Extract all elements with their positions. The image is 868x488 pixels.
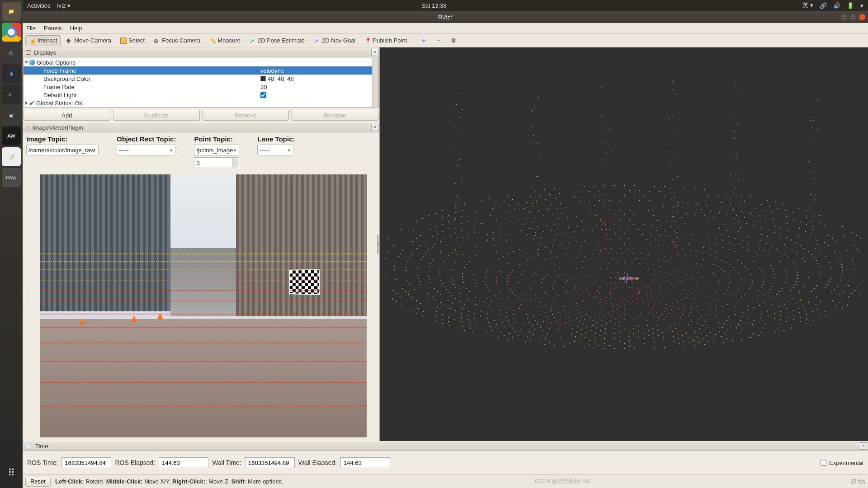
monitor-icon: 🖵: [25, 49, 31, 56]
launcher-terminal-icon[interactable]: >_: [2, 85, 21, 104]
tree-frame-rate-label[interactable]: Frame Rate: [43, 84, 75, 90]
tree-frame-rate-value[interactable]: 30: [260, 84, 267, 90]
menu-help[interactable]: Help: [70, 25, 82, 32]
image-topic-combo[interactable]: /camera/color/image_raw: [26, 145, 99, 155]
displays-title: Displays: [34, 49, 56, 56]
launcher-dock: 📁 ◎ ⋔ >_ ◉ AW 📝 RViz ⠿: [0, 0, 23, 488]
clock[interactable]: Sat 13:38: [421, 2, 447, 9]
lane-topic-combo[interactable]: -----: [257, 145, 293, 155]
tool-2d-nav-goal[interactable]: ➚2D Nav Goal: [310, 35, 359, 46]
time-panel-title: Time: [35, 443, 48, 450]
launcher-obs-icon[interactable]: ◎: [2, 43, 21, 62]
ros-elapsed-field[interactable]: [159, 457, 208, 468]
object-rect-label: Object Rect Topic:: [117, 135, 176, 143]
menu-file[interactable]: FFileile: [26, 25, 36, 32]
tool-measure[interactable]: 📏Measure: [205, 35, 245, 46]
menu-bar: FFileile Panels Help: [23, 23, 868, 34]
close-button[interactable]: [859, 14, 865, 20]
tree-bg-color-value[interactable]: 48; 48; 48: [268, 75, 294, 82]
launcher-recorder-icon[interactable]: ◉: [2, 106, 21, 125]
displays-tree[interactable]: Global Options Fixed Frame velodyne Back…: [23, 58, 379, 108]
tree-scrollbar[interactable]: [372, 58, 378, 107]
wall-time-field[interactable]: [245, 457, 295, 468]
tool-display-options[interactable]: ⚙: [447, 35, 460, 46]
check-icon: ✔: [29, 100, 34, 107]
remove-button[interactable]: Remove: [203, 110, 289, 121]
window-title: RViz*: [438, 14, 453, 21]
time-panel-header[interactable]: 🕑 Time ×: [23, 441, 868, 451]
default-light-checkbox[interactable]: [260, 92, 266, 98]
tool-add-display[interactable]: ＋: [417, 35, 431, 46]
camera-image-view[interactable]: [40, 174, 367, 437]
color-chip[interactable]: [260, 76, 266, 81]
ros-time-field[interactable]: [61, 457, 111, 468]
app-menu[interactable]: rviz ▾: [57, 2, 71, 9]
ros-time-label: ROS Time:: [27, 459, 58, 466]
wall-time-label: Wall Time:: [212, 459, 241, 466]
time-panel-close[interactable]: ×: [860, 442, 867, 450]
add-button[interactable]: Add: [24, 110, 110, 121]
activities-button[interactable]: Activities: [27, 2, 50, 9]
point-topic-label: Point Topic:: [194, 135, 239, 143]
battery-icon[interactable]: 🔋: [847, 2, 854, 9]
launcher-files-icon[interactable]: 📁: [2, 2, 21, 21]
launcher-autoware-icon[interactable]: AW: [2, 127, 21, 145]
fps-readout: 29 fps: [850, 479, 865, 485]
3d-viewport[interactable]: ◂ velodyne: [380, 47, 868, 441]
tool-focus-camera[interactable]: ⊕Focus Camera: [150, 35, 204, 46]
image-topic-label: Image Topic:: [26, 135, 99, 143]
launcher-rviz-icon[interactable]: RViz: [2, 168, 21, 187]
launcher-gedit-icon[interactable]: 📝: [2, 147, 21, 166]
focus-icon: ⊕: [154, 38, 160, 44]
volume-icon[interactable]: 🔊: [833, 2, 840, 9]
rename-button[interactable]: Rename: [292, 110, 378, 121]
duplicate-button[interactable]: Duplicate: [113, 110, 200, 121]
point-topic-combo[interactable]: /points_image: [194, 145, 239, 155]
plus-icon: ＋: [421, 37, 427, 45]
maximize-button[interactable]: [850, 14, 856, 20]
system-menu-caret-icon[interactable]: ▾: [860, 2, 863, 9]
tree-global-options[interactable]: Global Options: [37, 59, 75, 66]
arrow-pink-icon: ➚: [314, 38, 320, 44]
tree-fixed-frame-value[interactable]: velodyne: [260, 67, 284, 74]
displays-panel-header[interactable]: 🖵 Displays ×: [23, 47, 379, 57]
displays-panel: 🖵 Displays × Global Options Fixed Frame …: [23, 47, 379, 122]
tool-publish-point[interactable]: 📍Publish Point: [360, 35, 411, 46]
wall-elapsed-field[interactable]: [340, 457, 390, 468]
image-viewer-close[interactable]: ×: [371, 124, 378, 131]
chevron-right-icon[interactable]: [25, 101, 28, 105]
chevron-down-icon[interactable]: [25, 61, 28, 64]
launcher-vscode-icon[interactable]: ⋔: [2, 64, 21, 83]
launcher-chrome-icon[interactable]: [2, 23, 21, 42]
pin-icon: 📍: [364, 38, 371, 44]
input-language[interactable]: 英 ▾: [802, 1, 813, 9]
tree-default-light-label[interactable]: Default Light: [43, 92, 76, 99]
lane-topic-label: Lane Topic:: [257, 135, 295, 143]
experimental-label: Experimental: [829, 460, 863, 466]
network-icon[interactable]: 🔗: [820, 2, 827, 9]
tool-2d-pose-estimate[interactable]: ➚2D Pose Estimate: [245, 35, 309, 46]
tool-remove-display[interactable]: －: [432, 35, 446, 46]
launcher-apps-grid-icon[interactable]: ⠿: [8, 467, 15, 479]
minus-icon: －: [436, 37, 442, 45]
minimize-button[interactable]: [841, 14, 847, 20]
gear-small-icon: ⚙: [451, 37, 456, 44]
globe-icon: [29, 60, 35, 65]
experimental-checkbox[interactable]: [821, 460, 826, 466]
tree-global-status[interactable]: Global Status: Ok: [36, 100, 82, 107]
displays-panel-close[interactable]: ×: [371, 49, 378, 56]
reset-button[interactable]: Reset: [25, 477, 51, 487]
move-icon: ✥: [66, 38, 72, 44]
window-titlebar[interactable]: RViz*: [23, 11, 868, 23]
menu-panels[interactable]: Panels: [44, 25, 62, 32]
tool-move-camera[interactable]: ✥Move Camera: [62, 35, 115, 46]
tree-bg-color-label[interactable]: Background Color: [43, 75, 90, 82]
mouse-help-text: Left-Click: Rotate. Middle-Click: Move X…: [55, 478, 283, 485]
image-viewer-header[interactable]: ◇ ImageViewerPlugin ×: [23, 122, 379, 132]
tree-fixed-frame-label[interactable]: Fixed Frame: [43, 67, 76, 74]
point-topic-spin[interactable]: 3: [194, 157, 239, 168]
arrow-green-icon: ➚: [250, 38, 256, 44]
object-rect-combo[interactable]: -----: [117, 145, 175, 155]
tool-interact[interactable]: ☝Interact: [25, 35, 61, 46]
tool-select[interactable]: Select: [116, 35, 149, 46]
